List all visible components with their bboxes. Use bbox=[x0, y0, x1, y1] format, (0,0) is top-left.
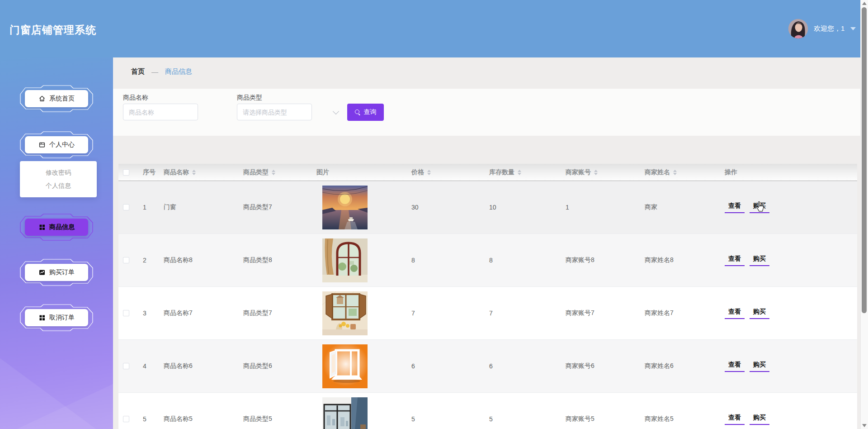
column-header: 操作 bbox=[725, 168, 737, 176]
sidebar-item-label: 购买订单 bbox=[49, 268, 75, 276]
app-title: 门窗店铺管理系统 bbox=[9, 23, 96, 37]
column-header: 商品类型 bbox=[243, 168, 269, 176]
cell-product-name: 商品名称5 bbox=[164, 415, 243, 423]
sidebar-item-profile-center[interactable]: 个人中心 bbox=[16, 130, 97, 159]
search-button[interactable]: 查询 bbox=[347, 104, 384, 121]
sort-icon[interactable] bbox=[594, 170, 598, 175]
sidebar-item-purchase-orders[interactable]: 购买订单 bbox=[16, 258, 97, 287]
cell-stock: 8 bbox=[489, 257, 566, 264]
column-header: 库存数量 bbox=[489, 168, 514, 176]
table-row: 2 商品名称8 商品类型8 8 8 bbox=[118, 234, 857, 287]
sidebar-item-label: 个人中心 bbox=[49, 141, 75, 149]
scrollbar-thumb[interactable] bbox=[862, 7, 867, 313]
filter-panel: 商品名称 商品类型 查询 bbox=[113, 89, 860, 136]
cell-merchant-account: 商家账号6 bbox=[566, 362, 645, 370]
breadcrumb-home[interactable]: 首页 bbox=[131, 67, 145, 76]
user-avatar bbox=[788, 19, 808, 38]
cell-stock: 7 bbox=[489, 310, 566, 317]
cell-stock: 5 bbox=[489, 415, 566, 423]
breadcrumb-current: 商品信息 bbox=[165, 67, 192, 76]
scrollbar-down-arrow[interactable] bbox=[862, 424, 867, 427]
row-checkbox[interactable] bbox=[123, 416, 129, 422]
row-checkbox[interactable] bbox=[123, 310, 129, 316]
buy-button[interactable]: 购买 bbox=[750, 202, 769, 213]
cell-product-type: 商品类型6 bbox=[243, 362, 316, 370]
table-row: 5 商品名称5 商品类型5 5 bbox=[118, 393, 857, 429]
search-icon bbox=[355, 110, 361, 115]
grid-icon bbox=[38, 314, 46, 321]
breadcrumb: 首页 — 商品信息 bbox=[131, 67, 192, 76]
cell-seq: 2 bbox=[139, 257, 164, 264]
submenu-item-profile-info[interactable]: 个人信息 bbox=[20, 179, 97, 192]
table-header-row: 序号 商品名称 商品类型 图片 价格 库存数量 商家账号 商家姓名 操作 bbox=[118, 164, 857, 181]
column-header: 商品名称 bbox=[164, 168, 189, 176]
submenu-item-change-password[interactable]: 修改密码 bbox=[20, 166, 97, 179]
column-header: 图片 bbox=[316, 168, 329, 176]
sort-icon[interactable] bbox=[673, 170, 677, 175]
sidebar-item-label: 系统首页 bbox=[49, 95, 75, 103]
cell-merchant-account: 商家账号8 bbox=[566, 256, 645, 264]
view-button[interactable]: 查看 bbox=[725, 414, 745, 425]
view-button[interactable]: 查看 bbox=[725, 361, 745, 372]
product-image bbox=[322, 344, 368, 388]
product-name-label: 商品名称 bbox=[123, 94, 148, 102]
column-header: 商家姓名 bbox=[645, 168, 670, 176]
sidebar-item-products[interactable]: 商品信息 bbox=[16, 213, 97, 242]
view-button[interactable]: 查看 bbox=[725, 255, 745, 266]
cell-merchant-name: 商家姓名6 bbox=[645, 362, 725, 370]
cell-product-name: 商品名称7 bbox=[164, 309, 243, 317]
cell-product-name: 商品名称8 bbox=[164, 256, 243, 264]
product-name-input[interactable] bbox=[123, 104, 198, 120]
cell-merchant-name: 商家 bbox=[645, 203, 725, 211]
row-checkbox[interactable] bbox=[123, 257, 129, 263]
cell-product-type: 商品类型8 bbox=[243, 256, 316, 264]
view-button[interactable]: 查看 bbox=[725, 202, 745, 213]
sidebar-item-home[interactable]: 系统首页 bbox=[16, 84, 97, 113]
row-checkbox[interactable] bbox=[123, 204, 129, 210]
cell-seq: 4 bbox=[139, 362, 164, 370]
view-button[interactable]: 查看 bbox=[725, 308, 745, 319]
row-checkbox[interactable] bbox=[123, 363, 129, 369]
scrollbar-up-arrow[interactable] bbox=[862, 2, 867, 5]
cell-price: 7 bbox=[411, 310, 489, 317]
cell-product-type: 商品类型7 bbox=[243, 309, 316, 317]
buy-button[interactable]: 购买 bbox=[750, 308, 769, 319]
table-row: 3 商品名称7 商品类型7 bbox=[118, 287, 857, 340]
buy-button[interactable]: 购买 bbox=[750, 361, 769, 372]
product-image bbox=[322, 186, 368, 229]
sort-icon[interactable] bbox=[518, 170, 521, 175]
cell-price: 30 bbox=[411, 204, 489, 211]
profile-submenu: 修改密码 个人信息 bbox=[20, 161, 97, 197]
chevron-down-icon[interactable] bbox=[333, 108, 339, 114]
table-row: 4 商品名称6 商品类型6 6 6 商家账号6 商家姓名6 bbox=[118, 340, 857, 393]
product-type-select[interactable] bbox=[237, 104, 312, 120]
sidebar-item-label: 取消订单 bbox=[49, 314, 75, 322]
buy-button[interactable]: 购买 bbox=[750, 414, 769, 425]
product-image bbox=[322, 238, 368, 282]
sort-icon[interactable] bbox=[192, 170, 196, 175]
cell-product-type: 商品类型5 bbox=[243, 415, 316, 423]
sort-icon[interactable] bbox=[272, 170, 275, 175]
sidebar-item-cancel-orders[interactable]: 取消订单 bbox=[16, 303, 97, 332]
cell-merchant-account: 商家账号7 bbox=[566, 309, 645, 317]
cell-merchant-name: 商家姓名7 bbox=[645, 309, 725, 317]
buy-button[interactable]: 购买 bbox=[750, 255, 769, 266]
grid-icon bbox=[38, 224, 46, 231]
cell-seq: 1 bbox=[139, 204, 164, 211]
scrollbar[interactable] bbox=[860, 0, 868, 429]
select-all-checkbox[interactable] bbox=[123, 169, 129, 176]
chart-icon bbox=[38, 269, 46, 276]
user-menu[interactable]: 欢迎您，1 bbox=[788, 19, 856, 38]
cell-merchant-account: 1 bbox=[566, 204, 645, 211]
cell-seq: 3 bbox=[139, 310, 164, 317]
cell-stock: 6 bbox=[489, 362, 566, 370]
app-header: 门窗店铺管理系统 欢迎您，1 bbox=[0, 0, 860, 57]
cell-product-type: 商品类型7 bbox=[243, 203, 316, 211]
home-icon bbox=[38, 95, 46, 102]
sort-icon[interactable] bbox=[427, 170, 431, 175]
product-image bbox=[322, 397, 368, 429]
cell-merchant-name: 商家姓名8 bbox=[645, 256, 725, 264]
cell-merchant-account: 商家账号5 bbox=[566, 415, 645, 423]
column-header: 价格 bbox=[411, 168, 424, 176]
cell-price: 8 bbox=[411, 257, 489, 264]
